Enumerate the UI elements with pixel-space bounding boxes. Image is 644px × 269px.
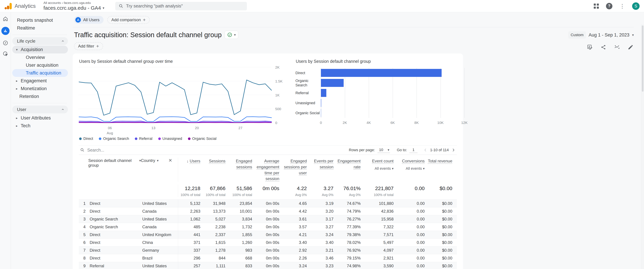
advertising-icon[interactable]	[2, 51, 8, 57]
goto-page-input[interactable]: 1	[409, 147, 418, 153]
property-selector[interactable]: faces.ccrc.uga.edu - GA4 ▾	[44, 5, 104, 11]
chevron-up-icon[interactable]	[61, 39, 65, 43]
date-range-picker[interactable]: Custom Aug 1 - Sep 1, 2023 ▾	[568, 31, 634, 38]
table-row[interactable]: 5DirectUnited Kingdom4412,3371,8550m 00s…	[79, 231, 457, 238]
legend-item-direct[interactable]: Direct	[79, 136, 93, 141]
sidebar-item-traffic-acquisition[interactable]: Traffic acquisition	[12, 69, 68, 77]
bar-chart[interactable]: DirectOrganic SearchReferralUnassignedOr…	[296, 68, 470, 118]
row-number: 2	[79, 208, 88, 215]
column-header-total-revenue[interactable]: Total revenue	[425, 158, 453, 182]
sidebar-item-tech[interactable]: ▸Tech	[11, 122, 70, 130]
share-icon[interactable]	[600, 44, 606, 50]
expand-arrow-icon[interactable]: ▸	[14, 87, 19, 91]
sidebar-item-user-attributes[interactable]: ▸User Attributes	[11, 114, 70, 122]
sidebar-item-reports-snapshot[interactable]: Reports snapshot	[11, 16, 70, 24]
table-row[interactable]: 3Organic SearchUnited States1,0625,0273,…	[79, 215, 457, 223]
home-icon[interactable]	[2, 16, 8, 22]
sidebar-item-user[interactable]: User	[12, 106, 68, 113]
column-header-average-engagement-time-per-session[interactable]: Average engagement time per session	[253, 158, 280, 182]
cell-engaged-sessions: 1,855	[226, 231, 253, 238]
sidebar-item-monetization[interactable]: ▸Monetization	[11, 85, 70, 92]
rows-per-page-select[interactable]: 10 ▾	[378, 147, 390, 153]
sidebar-item-life-cycle[interactable]: Life cycle	[12, 37, 68, 45]
help-icon[interactable]: ?	[606, 3, 612, 9]
bar-organic-search[interactable]	[321, 79, 344, 87]
country-dimension-label: Country	[141, 158, 155, 163]
column-header-engagement-rate[interactable]: Engagement rate	[334, 158, 361, 182]
table-row[interactable]: 4Organic SearchCanada4852,2381,7320m 00s…	[79, 223, 457, 231]
sidebar-item-overview[interactable]: Overview	[11, 54, 70, 61]
bar-unassigned[interactable]	[321, 99, 321, 107]
column-header-conversions[interactable]: ConversionsAll events ▾	[394, 158, 425, 182]
bar-referral[interactable]	[321, 89, 326, 97]
table-row[interactable]: 6DirectChina3711,6151,2600m 00s3.403.407…	[79, 238, 457, 246]
reports-icon[interactable]	[1, 27, 10, 35]
next-page-icon[interactable]	[451, 148, 456, 152]
legend-label: Referral	[139, 136, 152, 141]
sidebar-item-realtime[interactable]: Realtime	[11, 24, 70, 32]
table-row[interactable]: 2DirectCanada2,26313,37310,0010m 00s4.42…	[79, 207, 457, 215]
avatar[interactable]: S	[632, 2, 640, 10]
metric-sub-select[interactable]: All events ▾	[396, 166, 425, 171]
table-row[interactable]: 8DirectBrazil2968446680m 00s2.263.4679.1…	[79, 254, 457, 262]
sidebar-item-retention[interactable]: Retention	[11, 92, 70, 100]
legend-label: Organic Social	[192, 136, 216, 141]
metric-sub-select[interactable]: All events ▾	[363, 166, 394, 171]
breadcrumb-property[interactable]: faces.ccrc.uga.edu	[64, 1, 91, 4]
scrollbar-thumb[interactable]	[642, 26, 644, 92]
column-header-events-per-session[interactable]: Events per session	[308, 158, 334, 182]
report-table: Search... Rows per page: 10 ▾ Go to: 1 1…	[79, 145, 457, 269]
audience-chip-all-users[interactable]: A All Users	[74, 16, 104, 24]
table-row[interactable]: 7DirectGermany3371,2789830m 00s2.923.217…	[79, 246, 457, 254]
add-comparison-button[interactable]: Add comparison +	[107, 16, 150, 24]
svg-text:1K: 1K	[275, 93, 280, 97]
explore-icon[interactable]	[2, 40, 8, 46]
legend-item-organic-social[interactable]: Organic Social	[188, 136, 216, 141]
expand-arrow-icon[interactable]: ▸	[14, 124, 19, 128]
table-row[interactable]: 9ReferralUnited States2571,1118330m 00s3…	[79, 262, 457, 269]
chevron-up-icon[interactable]	[61, 108, 65, 112]
breadcrumb[interactable]: All accounts › faces.ccrc.uga.edu	[44, 1, 104, 5]
svg-text:20: 20	[195, 126, 199, 130]
cell-sessions: 31,948	[201, 200, 226, 207]
country-dimension-header[interactable]: Country ▾ ✕	[141, 158, 178, 182]
sidebar-item-user-acquisition[interactable]: User acquisition	[11, 61, 70, 69]
apps-grid-icon[interactable]	[594, 4, 599, 9]
line-chart-block: Users by Session default channel group o…	[79, 58, 284, 141]
add-filter-button[interactable]: Add filter +	[74, 42, 103, 50]
sidebar-item-label: Overview	[26, 55, 45, 60]
column-header-sessions[interactable]: Sessions	[201, 158, 226, 182]
remove-dimension-icon[interactable]: ✕	[168, 158, 172, 162]
customize-report-icon[interactable]	[587, 44, 593, 50]
line-chart[interactable]: 05001K1.5K2K06Aug132027	[79, 66, 284, 136]
column-header-engaged-sessions[interactable]: Engaged sessions	[226, 158, 253, 182]
column-header-engaged-sessions-per-user[interactable]: Engaged sessions per user	[280, 158, 308, 182]
cell-channel-group: Direct	[88, 246, 141, 254]
column-header-event-count[interactable]: Event countAll events ▾	[361, 158, 394, 182]
expand-arrow-icon[interactable]: ▸	[14, 116, 19, 120]
legend-item-unassigned[interactable]: Unassigned	[158, 136, 182, 141]
sidebar-item-engagement[interactable]: ▸Engagement	[11, 77, 70, 85]
global-search-input[interactable]: Try searching "path analysis"	[115, 2, 247, 10]
bar-direct[interactable]	[321, 69, 442, 77]
legend-dot-icon	[135, 138, 137, 140]
channel-group-dimension-header[interactable]: Session default channel group ▾	[88, 158, 141, 182]
legend-item-referral[interactable]: Referral	[135, 136, 152, 141]
edit-icon[interactable]	[628, 44, 634, 50]
analytics-logo-icon[interactable]	[4, 2, 12, 10]
cell-engagement-rate: 76.27%	[334, 215, 361, 223]
breadcrumb-all-accounts[interactable]: All accounts	[44, 1, 61, 4]
sidebar-item-acquisition[interactable]: ▾Acquisition	[12, 46, 68, 54]
page-scrollbar[interactable]	[641, 24, 644, 269]
collapse-arrow-icon[interactable]: ▾	[14, 48, 19, 52]
previous-page-icon[interactable]	[423, 148, 428, 152]
more-menu-icon[interactable]: ⋮	[620, 4, 625, 9]
legend-item-organic-search[interactable]: Organic Search	[99, 136, 129, 141]
table-row[interactable]: 1DirectUnited States5,13231,94823,8540m …	[79, 200, 457, 207]
table-search-input[interactable]: Search...	[80, 148, 104, 152]
column-header-users[interactable]: ↓Users	[178, 158, 201, 182]
insights-icon[interactable]	[614, 44, 620, 50]
data-quality-button[interactable]: ▾	[225, 31, 238, 39]
cell-average-engagement-time-per-session: 0m 00s	[253, 238, 280, 246]
expand-arrow-icon[interactable]: ▸	[14, 79, 19, 83]
